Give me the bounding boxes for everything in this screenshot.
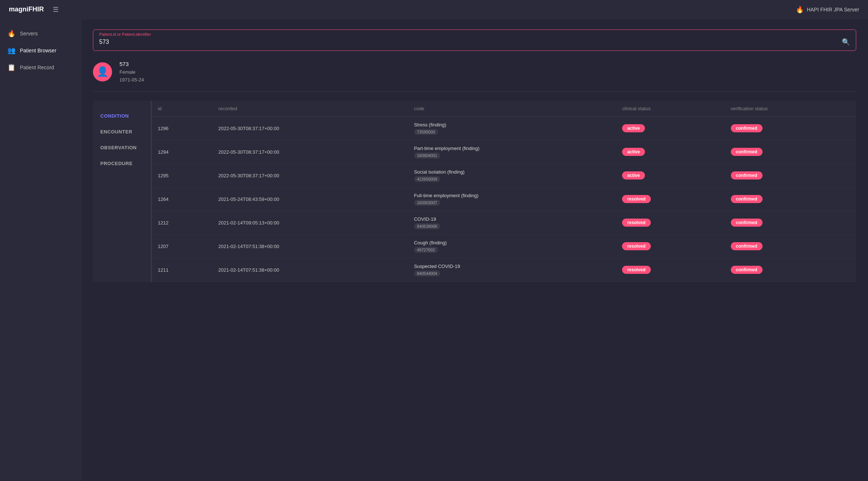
table-row[interactable]: 1295 2022-05-30T08:37:17+00:00 Social is… bbox=[152, 164, 856, 187]
sidebar-item-servers-label: Servers bbox=[20, 31, 38, 36]
clinical-status-badge: active bbox=[622, 148, 645, 156]
hamburger-icon[interactable]: ☰ bbox=[53, 6, 59, 14]
avatar: 👤 bbox=[93, 62, 112, 81]
clinical-status-badge: active bbox=[622, 171, 645, 179]
cell-verification-status: confirmed bbox=[725, 187, 857, 211]
left-nav-encounter[interactable]: ENCOUNTER bbox=[93, 124, 151, 140]
verification-status-badge: confirmed bbox=[731, 148, 763, 156]
sidebar-item-patient-browser[interactable]: 👥 Patient Browser bbox=[0, 42, 81, 59]
sidebar-item-patient-record[interactable]: 📋 Patient Record bbox=[0, 59, 81, 76]
cell-clinical-status: active bbox=[616, 164, 725, 187]
clinical-status-badge: resolved bbox=[622, 195, 650, 203]
left-nav-procedure[interactable]: PROCEDURE bbox=[93, 156, 151, 171]
table-row[interactable]: 1211 2021-02-14T07:51:38+00:00 Suspected… bbox=[152, 258, 856, 282]
cell-code: COVID-19 840539006 bbox=[408, 211, 617, 234]
cell-code: Stress (finding) 73595000 bbox=[408, 116, 617, 140]
sidebar: 🔥 Servers 👥 Patient Browser 📋 Patient Re… bbox=[0, 19, 81, 481]
cell-clinical-status: active bbox=[616, 140, 725, 164]
code-name: Cough (finding) bbox=[414, 240, 611, 245]
patient-card: 👤 573 Female 1971-05-24 bbox=[93, 60, 856, 92]
search-icon: 🔍 bbox=[842, 38, 850, 46]
cell-recorded: 2022-05-30T08:37:17+00:00 bbox=[212, 116, 408, 140]
cell-clinical-status: resolved bbox=[616, 187, 725, 211]
code-name: Social isolation (finding) bbox=[414, 169, 611, 175]
left-nav-observation[interactable]: OBSERVATION bbox=[93, 140, 151, 156]
cell-verification-status: confirmed bbox=[725, 258, 857, 282]
patient-gender: Female bbox=[119, 69, 144, 76]
cell-code: Cough (finding) 49727002 bbox=[408, 234, 617, 258]
search-box: Patient.id or Patient.identifier 🔍 bbox=[93, 29, 856, 51]
table-row[interactable]: 1294 2022-05-30T08:37:17+00:00 Part-time… bbox=[152, 140, 856, 164]
cell-id: 1212 bbox=[152, 211, 212, 234]
table-row[interactable]: 1296 2022-05-30T08:37:17+00:00 Stress (f… bbox=[152, 116, 856, 140]
cell-recorded: 2022-05-30T08:37:17+00:00 bbox=[212, 140, 408, 164]
verification-status-badge: confirmed bbox=[731, 171, 763, 179]
cell-clinical-status: resolved bbox=[616, 234, 725, 258]
table-row[interactable]: 1207 2021-02-14T07:51:38+00:00 Cough (fi… bbox=[152, 234, 856, 258]
cell-recorded: 2021-02-14T09:05:13+00:00 bbox=[212, 211, 408, 234]
code-badge: 422650009 bbox=[414, 176, 440, 182]
col-clinical-status: clinical status bbox=[616, 101, 725, 117]
col-code: code bbox=[408, 101, 617, 117]
content-panel: CONDITION ENCOUNTER OBSERVATION PROCEDUR… bbox=[93, 101, 856, 282]
clinical-status-badge: resolved bbox=[622, 266, 650, 274]
table-row[interactable]: 1212 2021-02-14T09:05:13+00:00 COVID-19 … bbox=[152, 211, 856, 234]
cell-clinical-status: resolved bbox=[616, 258, 725, 282]
table-row[interactable]: 1264 2021-05-24T08:43:59+00:00 Full-time… bbox=[152, 187, 856, 211]
code-name: Suspected COVID-19 bbox=[414, 264, 611, 269]
search-label: Patient.id or Patient.identifier bbox=[99, 32, 850, 36]
verification-status-badge: confirmed bbox=[731, 195, 763, 203]
patient-record-icon: 📋 bbox=[7, 63, 15, 72]
cell-recorded: 2021-02-14T07:51:38+00:00 bbox=[212, 234, 408, 258]
cell-recorded: 2021-05-24T08:43:59+00:00 bbox=[212, 187, 408, 211]
left-nav-condition[interactable]: CONDITION bbox=[93, 108, 151, 124]
verification-status-badge: confirmed bbox=[731, 124, 763, 132]
server-label: HAPI FHIR JPA Server bbox=[807, 7, 859, 13]
server-info: 🔥 HAPI FHIR JPA Server bbox=[796, 6, 859, 14]
cell-id: 1296 bbox=[152, 116, 212, 140]
conditions-table: id recorded code clinical status verific… bbox=[152, 101, 856, 282]
sidebar-item-servers[interactable]: 🔥 Servers bbox=[0, 25, 81, 42]
fire-icon: 🔥 bbox=[796, 6, 804, 14]
cell-code: Social isolation (finding) 422650009 bbox=[408, 164, 617, 187]
cell-verification-status: confirmed bbox=[725, 116, 857, 140]
servers-icon: 🔥 bbox=[7, 29, 15, 38]
verification-status-badge: confirmed bbox=[731, 242, 763, 250]
col-id: id bbox=[152, 101, 212, 117]
patient-info: 573 Female 1971-05-24 bbox=[119, 60, 144, 84]
code-name: Part-time employment (finding) bbox=[414, 146, 611, 151]
table-area: id recorded code clinical status verific… bbox=[152, 101, 856, 282]
cell-code: Part-time employment (finding) 160904001 bbox=[408, 140, 617, 164]
cell-verification-status: confirmed bbox=[725, 234, 857, 258]
search-button[interactable]: 🔍 bbox=[842, 38, 850, 46]
left-nav: CONDITION ENCOUNTER OBSERVATION PROCEDUR… bbox=[93, 101, 152, 282]
code-badge: 840539006 bbox=[414, 223, 440, 229]
sidebar-item-patient-record-label: Patient Record bbox=[20, 65, 54, 70]
patient-browser-icon: 👥 bbox=[7, 46, 15, 55]
cell-verification-status: confirmed bbox=[725, 164, 857, 187]
cell-id: 1211 bbox=[152, 258, 212, 282]
avatar-icon: 👤 bbox=[97, 66, 108, 77]
code-name: Full-time employment (finding) bbox=[414, 193, 611, 198]
cell-verification-status: confirmed bbox=[725, 140, 857, 164]
patient-dob: 1971-05-24 bbox=[119, 76, 144, 84]
cell-id: 1294 bbox=[152, 140, 212, 164]
cell-code: Suspected COVID-19 840544004 bbox=[408, 258, 617, 282]
clinical-status-badge: resolved bbox=[622, 242, 650, 250]
search-input[interactable] bbox=[99, 39, 842, 45]
cell-verification-status: confirmed bbox=[725, 211, 857, 234]
cell-code: Full-time employment (finding) 160903007 bbox=[408, 187, 617, 211]
code-badge: 73595000 bbox=[414, 129, 438, 135]
cell-id: 1295 bbox=[152, 164, 212, 187]
cell-recorded: 2021-02-14T07:51:38+00:00 bbox=[212, 258, 408, 282]
cell-id: 1207 bbox=[152, 234, 212, 258]
patient-id: 573 bbox=[119, 60, 144, 69]
clinical-status-badge: active bbox=[622, 124, 645, 132]
cell-clinical-status: active bbox=[616, 116, 725, 140]
table-header-row: id recorded code clinical status verific… bbox=[152, 101, 856, 117]
verification-status-badge: confirmed bbox=[731, 219, 763, 227]
code-badge: 49727002 bbox=[414, 247, 438, 253]
code-badge: 160904001 bbox=[414, 153, 440, 158]
verification-status-badge: confirmed bbox=[731, 266, 763, 274]
cell-clinical-status: resolved bbox=[616, 211, 725, 234]
